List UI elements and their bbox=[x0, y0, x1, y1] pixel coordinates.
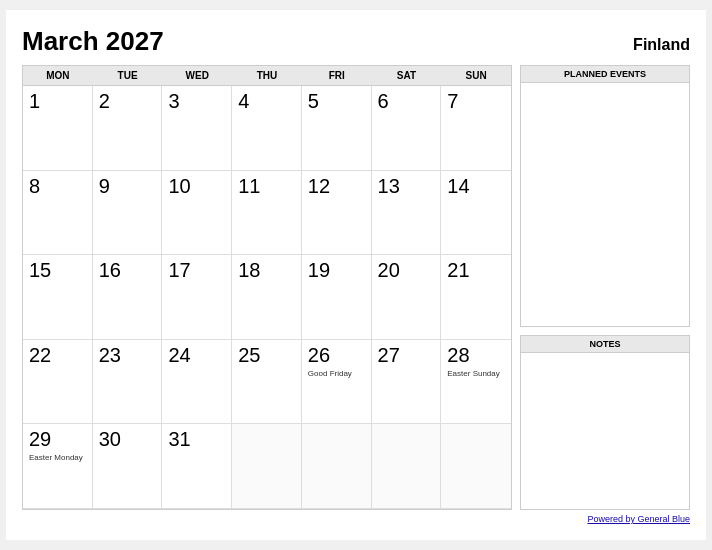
day-number: 16 bbox=[99, 259, 156, 282]
holiday-label: Good Friday bbox=[308, 369, 365, 379]
day-cell[interactable]: 15 bbox=[23, 255, 93, 340]
day-number: 15 bbox=[29, 259, 86, 282]
day-cell[interactable]: 7 bbox=[441, 86, 511, 171]
day-cell[interactable]: 29Easter Monday bbox=[23, 424, 93, 509]
day-cell[interactable]: 30 bbox=[93, 424, 163, 509]
day-number: 1 bbox=[29, 90, 86, 113]
day-header: WED bbox=[162, 66, 232, 85]
day-header: THU bbox=[232, 66, 302, 85]
day-number: 4 bbox=[238, 90, 295, 113]
day-cell[interactable]: 12 bbox=[302, 171, 372, 256]
day-number: 20 bbox=[378, 259, 435, 282]
day-header: MON bbox=[23, 66, 93, 85]
day-cell[interactable]: 22 bbox=[23, 340, 93, 425]
day-cell[interactable]: 9 bbox=[93, 171, 163, 256]
day-number: 27 bbox=[378, 344, 435, 367]
day-cell[interactable]: 4 bbox=[232, 86, 302, 171]
day-number: 8 bbox=[29, 175, 86, 198]
day-number: 30 bbox=[99, 428, 156, 451]
day-number: 26 bbox=[308, 344, 365, 367]
sidebar: PLANNED EVENTS NOTES bbox=[520, 65, 690, 510]
day-headers: MONTUEWEDTHUFRISATSUN bbox=[23, 66, 511, 86]
day-number: 18 bbox=[238, 259, 295, 282]
day-cell[interactable]: 16 bbox=[93, 255, 163, 340]
holiday-label: Easter Sunday bbox=[447, 369, 505, 379]
calendar-section: MONTUEWEDTHUFRISATSUN 123456789101112131… bbox=[22, 65, 512, 510]
day-header: SUN bbox=[441, 66, 511, 85]
day-number: 3 bbox=[168, 90, 225, 113]
day-cell[interactable]: 19 bbox=[302, 255, 372, 340]
day-cell[interactable]: 18 bbox=[232, 255, 302, 340]
day-cell[interactable]: 11 bbox=[232, 171, 302, 256]
footer: Powered by General Blue bbox=[22, 514, 690, 524]
day-number: 2 bbox=[99, 90, 156, 113]
day-number: 31 bbox=[168, 428, 225, 451]
day-number: 25 bbox=[238, 344, 295, 367]
day-number: 19 bbox=[308, 259, 365, 282]
day-number: 5 bbox=[308, 90, 365, 113]
day-header: FRI bbox=[302, 66, 372, 85]
day-cell[interactable]: 23 bbox=[93, 340, 163, 425]
day-number: 12 bbox=[308, 175, 365, 198]
notes-content[interactable] bbox=[521, 353, 689, 509]
day-cell[interactable]: 17 bbox=[162, 255, 232, 340]
day-number: 29 bbox=[29, 428, 86, 451]
day-number: 9 bbox=[99, 175, 156, 198]
day-number: 6 bbox=[378, 90, 435, 113]
day-cell[interactable]: 13 bbox=[372, 171, 442, 256]
day-cell[interactable]: 8 bbox=[23, 171, 93, 256]
day-cell[interactable]: 20 bbox=[372, 255, 442, 340]
day-number: 21 bbox=[447, 259, 505, 282]
notes-box: NOTES bbox=[520, 335, 690, 510]
day-number: 23 bbox=[99, 344, 156, 367]
calendar-grid: 1234567891011121314151617181920212223242… bbox=[23, 86, 511, 509]
day-cell bbox=[302, 424, 372, 509]
day-cell[interactable]: 10 bbox=[162, 171, 232, 256]
day-number: 28 bbox=[447, 344, 505, 367]
page: March 2027 Finland MONTUEWEDTHUFRISATSUN… bbox=[6, 10, 706, 540]
day-cell[interactable]: 1 bbox=[23, 86, 93, 171]
day-cell[interactable]: 26Good Friday bbox=[302, 340, 372, 425]
day-number: 13 bbox=[378, 175, 435, 198]
day-cell[interactable]: 14 bbox=[441, 171, 511, 256]
day-cell[interactable]: 24 bbox=[162, 340, 232, 425]
day-number: 24 bbox=[168, 344, 225, 367]
day-cell[interactable]: 25 bbox=[232, 340, 302, 425]
main-content: MONTUEWEDTHUFRISATSUN 123456789101112131… bbox=[22, 65, 690, 510]
day-cell[interactable]: 27 bbox=[372, 340, 442, 425]
planned-events-box: PLANNED EVENTS bbox=[520, 65, 690, 327]
day-cell[interactable]: 31 bbox=[162, 424, 232, 509]
day-number: 11 bbox=[238, 175, 295, 198]
notes-title: NOTES bbox=[521, 336, 689, 353]
day-cell bbox=[232, 424, 302, 509]
holiday-label: Easter Monday bbox=[29, 453, 86, 463]
day-cell bbox=[372, 424, 442, 509]
powered-by-link[interactable]: Powered by General Blue bbox=[587, 514, 690, 524]
day-cell[interactable]: 21 bbox=[441, 255, 511, 340]
planned-events-content[interactable] bbox=[521, 83, 689, 326]
day-header: SAT bbox=[372, 66, 442, 85]
header: March 2027 Finland bbox=[22, 26, 690, 57]
day-number: 17 bbox=[168, 259, 225, 282]
day-number: 14 bbox=[447, 175, 505, 198]
planned-events-title: PLANNED EVENTS bbox=[521, 66, 689, 83]
day-number: 7 bbox=[447, 90, 505, 113]
day-number: 22 bbox=[29, 344, 86, 367]
day-cell[interactable]: 6 bbox=[372, 86, 442, 171]
day-cell[interactable]: 2 bbox=[93, 86, 163, 171]
day-cell[interactable]: 5 bbox=[302, 86, 372, 171]
month-title: March 2027 bbox=[22, 26, 164, 57]
day-cell[interactable]: 28Easter Sunday bbox=[441, 340, 511, 425]
day-number: 10 bbox=[168, 175, 225, 198]
day-cell bbox=[441, 424, 511, 509]
day-header: TUE bbox=[93, 66, 163, 85]
day-cell[interactable]: 3 bbox=[162, 86, 232, 171]
country-label: Finland bbox=[633, 36, 690, 54]
